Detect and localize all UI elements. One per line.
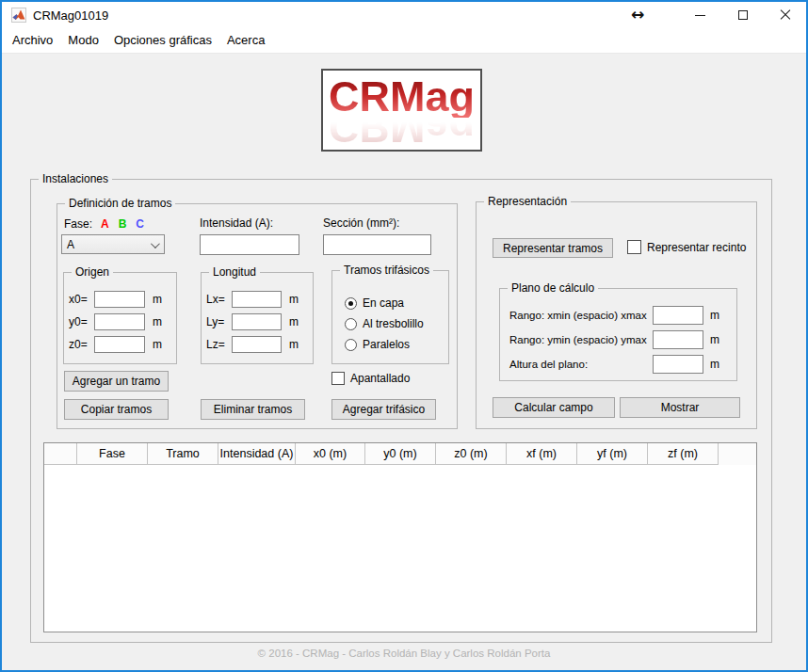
lx-unit: m bbox=[289, 293, 299, 306]
table-header-row: Fase Tramo Intensidad (A) x0 (m) y0 (m) … bbox=[44, 443, 756, 465]
apantallado-checkbox[interactable]: Apantallado bbox=[331, 372, 410, 385]
logo-reflection: CRMag bbox=[323, 106, 480, 149]
intensidad-input[interactable] bbox=[200, 234, 299, 255]
group-plano-label: Plano de cálculo bbox=[508, 281, 598, 296]
resize-cursor-icon: ↔ bbox=[631, 5, 644, 24]
radio-icon bbox=[345, 339, 357, 351]
tramos-table[interactable]: Fase Tramo Intensidad (A) x0 (m) y0 (m) … bbox=[43, 442, 757, 632]
radio-paralelos[interactable]: Paralelos bbox=[345, 338, 410, 351]
title-bar: CRMag01019 ↔ bbox=[2, 2, 806, 28]
maximize-button[interactable] bbox=[721, 2, 764, 28]
rango-y-unit: m bbox=[710, 333, 719, 346]
lx-input[interactable] bbox=[232, 291, 282, 308]
altura-plano-label: Altura del plano: bbox=[509, 359, 653, 370]
group-longitud: Longitud Lx= m Ly= m Lz= m bbox=[201, 272, 314, 364]
minimize-icon bbox=[695, 15, 705, 16]
altura-plano-input[interactable] bbox=[653, 355, 703, 374]
lz-input[interactable] bbox=[232, 336, 282, 353]
lz-row: Lz= m bbox=[206, 336, 299, 353]
ly-row: Ly= m bbox=[206, 313, 299, 330]
footer-copyright: © 2016 - CRMag - Carlos Roldán Blay y Ca… bbox=[0, 648, 808, 659]
x0-row: x0= m bbox=[69, 291, 162, 308]
checkbox-icon bbox=[331, 372, 345, 385]
menu-item-opciones-graficas[interactable]: Opciones gráficas bbox=[106, 28, 219, 53]
group-definicion-label: Definición de tramos bbox=[65, 197, 175, 211]
representar-recinto-checkbox[interactable]: Representar recinto bbox=[627, 240, 746, 254]
seccion-label: Sección (mm²): bbox=[323, 216, 399, 230]
copiar-tramos-button[interactable]: Copiar tramos bbox=[64, 399, 169, 420]
fase-c-label: C bbox=[136, 217, 144, 231]
group-plano-de-calculo: Plano de cálculo Rango: xmin (espacio) x… bbox=[499, 288, 737, 381]
rango-x-unit: m bbox=[710, 309, 719, 322]
eliminar-tramos-button[interactable]: Eliminar tramos bbox=[201, 399, 305, 420]
radio-al-tresbolillo[interactable]: Al tresbolillo bbox=[345, 317, 424, 330]
group-longitud-label: Longitud bbox=[209, 265, 260, 280]
menu-item-archivo[interactable]: Archivo bbox=[5, 28, 60, 53]
group-representacion-label: Representación bbox=[484, 195, 571, 209]
lz-unit: m bbox=[289, 338, 299, 351]
rango-y-row: Rango: ymin (espacio) ymax m bbox=[509, 330, 719, 349]
table-header-x0: x0 (m) bbox=[296, 443, 365, 465]
fase-dropdown[interactable]: A bbox=[61, 234, 165, 254]
x0-label: x0= bbox=[69, 293, 94, 306]
table-header-tramo: Tramo bbox=[148, 443, 218, 465]
radio-en-capa-label: En capa bbox=[363, 296, 404, 310]
table-header-intensidad: Intensidad (A) bbox=[218, 443, 296, 465]
minimize-button[interactable] bbox=[679, 2, 721, 28]
menu-item-modo[interactable]: Modo bbox=[60, 28, 106, 53]
rango-x-row: Rango: xmin (espacio) xmax m bbox=[509, 306, 719, 325]
group-origen: Origen x0= m y0= m z0= m bbox=[63, 272, 177, 364]
fase-a-label: A bbox=[101, 217, 109, 231]
group-origen-label: Origen bbox=[72, 265, 113, 280]
ly-unit: m bbox=[289, 315, 299, 328]
representar-tramos-button[interactable]: Representar tramos bbox=[493, 238, 613, 258]
window-title: CRMag01019 bbox=[33, 8, 108, 23]
fase-label-row: Fase: A B C bbox=[64, 216, 144, 231]
group-instalaciones-label: Instalaciones bbox=[39, 172, 112, 186]
table-header-zf: zf (m) bbox=[648, 443, 719, 465]
x0-input[interactable] bbox=[94, 291, 145, 308]
y0-row: y0= m bbox=[69, 313, 162, 330]
table-header-rownum bbox=[44, 443, 77, 465]
close-button[interactable] bbox=[764, 2, 806, 28]
menu-item-acerca[interactable]: Acerca bbox=[219, 28, 272, 53]
z0-input[interactable] bbox=[94, 336, 145, 353]
matlab-app-icon bbox=[11, 8, 26, 23]
group-trifasicos-label: Tramos trifásicos bbox=[340, 264, 433, 278]
table-header-yf: yf (m) bbox=[577, 443, 648, 465]
fase-b-label: B bbox=[119, 217, 127, 231]
altura-plano-row: Altura del plano: m bbox=[509, 355, 719, 374]
rango-y-label: Rango: ymin (espacio) ymax bbox=[509, 334, 653, 345]
rango-x-label: Rango: xmin (espacio) xmax bbox=[509, 310, 653, 321]
agregar-un-tramo-button[interactable]: Agregar un tramo bbox=[64, 371, 169, 392]
table-header-xf: xf (m) bbox=[507, 443, 577, 465]
radio-icon bbox=[345, 318, 357, 330]
agregar-trifasico-button[interactable]: Agregar trifásico bbox=[331, 399, 436, 420]
ly-input[interactable] bbox=[232, 313, 282, 330]
mostrar-button[interactable]: Mostrar bbox=[620, 397, 740, 418]
close-icon bbox=[779, 8, 792, 22]
table-header-fase: Fase bbox=[77, 443, 148, 465]
chevron-down-icon bbox=[151, 239, 160, 248]
rango-y-input[interactable] bbox=[653, 330, 703, 349]
seccion-input[interactable] bbox=[323, 234, 431, 255]
radio-paralelos-label: Paralelos bbox=[363, 338, 410, 351]
rango-x-input[interactable] bbox=[653, 306, 703, 325]
window-controls bbox=[679, 2, 806, 28]
y0-input[interactable] bbox=[94, 313, 145, 330]
fase-dropdown-value: A bbox=[67, 238, 74, 251]
apantallado-label: Apantallado bbox=[350, 372, 410, 385]
z0-unit: m bbox=[153, 338, 162, 351]
group-tramos-trifasicos: Tramos trifásicos En capa Al tresbolillo… bbox=[331, 270, 449, 364]
y0-label: y0= bbox=[69, 315, 94, 328]
fase-label: Fase: bbox=[64, 217, 92, 231]
menu-bar: Archivo Modo Opciones gráficas Acerca bbox=[2, 28, 806, 54]
altura-plano-unit: m bbox=[710, 358, 719, 371]
lz-label: Lz= bbox=[206, 338, 232, 351]
ly-label: Ly= bbox=[206, 315, 232, 328]
radio-en-capa[interactable]: En capa bbox=[345, 296, 404, 310]
intensidad-label: Intensidad (A): bbox=[200, 216, 273, 230]
x0-unit: m bbox=[153, 293, 162, 306]
lx-row: Lx= m bbox=[206, 291, 299, 308]
calcular-campo-button[interactable]: Calcular campo bbox=[493, 397, 615, 418]
